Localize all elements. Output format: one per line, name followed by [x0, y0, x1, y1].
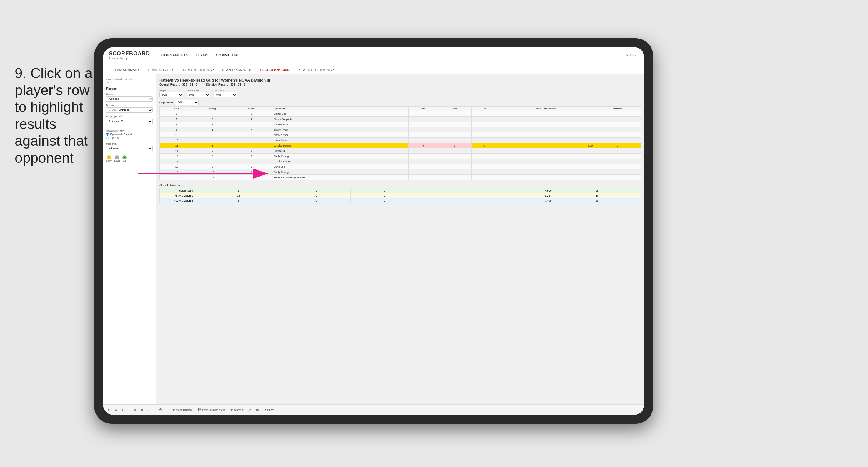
ood-cell: 0 [282, 193, 350, 198]
table-row[interactable]: 1474Eunice Yi [160, 148, 641, 154]
table-cell [438, 127, 472, 132]
table-cell [497, 132, 594, 138]
table-row[interactable]: 1063Andrea York [160, 132, 641, 138]
radio-opponents-played-input[interactable] [106, 133, 109, 136]
table-cell [409, 175, 438, 180]
table-cell: Andrea York [272, 132, 409, 138]
clock-btn[interactable]: ⏱ [158, 408, 163, 412]
table-cell: 15 [160, 154, 194, 159]
table-cell [471, 122, 497, 127]
table-cell [497, 148, 594, 154]
table-cell: Emily Chang [272, 169, 409, 175]
legend-down: Down [106, 155, 112, 162]
colour-select[interactable]: Win/loss [106, 146, 153, 151]
out-of-division: Out of division Foreign Team1004.5002NAI… [159, 184, 641, 203]
ood-cell: 2 [554, 188, 641, 193]
table-cell [471, 127, 497, 132]
table-cell [438, 132, 472, 138]
table-row[interactable]: 131Jessica Huang010-3.002 [160, 143, 641, 148]
grid2-btn[interactable]: ▦ [255, 408, 260, 412]
share-btn[interactable]: ↗ Share [262, 408, 276, 412]
table-cell [409, 164, 438, 169]
undo-btn[interactable]: ↩ [106, 408, 111, 412]
ood-row[interactable]: NAIA Division 115009.26730 [160, 193, 641, 198]
radio-top100-input[interactable] [106, 136, 109, 139]
table-cell: 10 [194, 169, 231, 175]
table-cell: 7 [194, 148, 231, 154]
table-cell: 9 [194, 159, 231, 164]
view-original-btn[interactable]: 👁 View: Original [170, 408, 194, 412]
tab-player-h2h-grid[interactable]: PLAYER H2H GRID [256, 68, 293, 74]
table-cell [471, 138, 497, 143]
table-cell [497, 138, 594, 143]
nav-tournaments[interactable]: TOURNAMENTS [159, 52, 188, 59]
table-cell [471, 169, 497, 175]
resize-btn[interactable]: ⤢ [248, 408, 252, 412]
table-cell: Sharon Mun [272, 127, 409, 132]
table-row[interactable]: 613Sydney Kuo [160, 122, 641, 127]
ood-cell: 5 [195, 198, 282, 203]
table-cell: 5 [160, 117, 194, 122]
table-cell: -3.00 [497, 143, 594, 148]
save-custom-btn[interactable]: 💾 Save Custom View [196, 408, 226, 412]
tab-player-h2h-heatmap[interactable]: PLAYER H2H HEATMAP [293, 68, 338, 74]
table-cell [194, 111, 231, 117]
table-row[interactable]: 20117Federica Domecq Lacroze [160, 175, 641, 180]
grid-btn[interactable]: ▦ [140, 408, 145, 412]
opponent-view: Opponent view Opponents Played Top 100 [106, 129, 153, 139]
sign-out-link[interactable]: Sign out [625, 53, 639, 57]
table-row[interactable]: 914Sharon Mun [160, 127, 641, 132]
watch-btn[interactable]: 👁 Watch ▾ [228, 408, 245, 412]
nav-teams[interactable]: TEAMS [195, 52, 209, 59]
ood-row[interactable]: Foreign Team1004.5002 [160, 188, 641, 193]
table-cell [471, 154, 497, 159]
col-reg: # Reg [194, 106, 231, 111]
table-cell [471, 111, 497, 117]
ood-cell: 1 [195, 188, 282, 193]
sidebar-player-rank-select[interactable]: 8. Katelyn Vo [106, 119, 153, 124]
table-row[interactable]: 1691Jessica Mason [160, 159, 641, 164]
table-row[interactable]: 13Heejo Hyun [160, 138, 641, 143]
tab-player-summary[interactable]: PLAYER SUMMARY [218, 68, 256, 74]
table-cell [471, 159, 497, 164]
radio-top100[interactable]: Top 100 [106, 136, 153, 139]
arrow-btn[interactable]: ↓ [147, 408, 151, 412]
logo-sub: Powered by clippd [109, 57, 150, 60]
table-cell: 1 [194, 127, 231, 132]
colour-section: Colour by Win/loss Down Level [106, 143, 153, 162]
table-cell: 3 [231, 132, 272, 138]
ood-cell: 0 [282, 188, 350, 193]
tab-team-h2h-grid[interactable]: TEAM H2H GRID [144, 68, 177, 74]
nav-committee[interactable]: COMMITTEE [216, 52, 239, 59]
sidebar-gender-select[interactable]: Women's [106, 96, 153, 101]
opponent-filter-select[interactable]: (All) [214, 92, 237, 97]
table-cell: 1 [194, 122, 231, 127]
copy-btn[interactable]: ⧉ [133, 408, 137, 412]
filter-row: Region (All) Conference (All) Opponent [159, 89, 641, 97]
nav-items: TOURNAMENTS TEAMS COMMITTEE [159, 52, 239, 59]
table-row[interactable]: 31Esther Lee [160, 111, 641, 117]
top-nav: SCOREBOARD Powered by clippd TOURNAMENTS… [103, 47, 644, 63]
redo2-btn[interactable]: ↩ [121, 408, 125, 412]
nav-right: | Sign out [624, 53, 639, 57]
table-row[interactable]: 19106Emily Chang [160, 169, 641, 175]
tab-team-h2h-heatmap[interactable]: TEAM H2H HEATMAP [177, 68, 218, 74]
radio-opponents-played[interactable]: Opponents Played [106, 133, 153, 136]
redo1-btn[interactable]: ↻ [114, 408, 118, 412]
region-filter-select[interactable]: (All) [159, 92, 183, 97]
opponents-all-select[interactable]: (All) [175, 100, 198, 105]
table-cell [409, 159, 438, 164]
table-cell [409, 132, 438, 138]
table-row[interactable]: 1822Euna Lee [160, 164, 641, 169]
table-cell [409, 127, 438, 132]
tab-team-summary[interactable]: TEAM SUMMARY [109, 68, 144, 74]
sidebar-division-select[interactable]: NCAA Division III [106, 107, 153, 113]
ood-row[interactable]: NCAA Division 25007.40010 [160, 198, 641, 203]
data-table: # Div # Reg # Conf Opponent Win Loss Tie… [159, 106, 641, 180]
division-record: Division Record: 331 - 34 - 6 [206, 83, 245, 86]
table-row[interactable]: 1585Stella Cheng [160, 154, 641, 159]
table-cell [497, 117, 594, 122]
table-row[interactable]: 522Alexis Sudjianto [160, 117, 641, 122]
conference-filter-select[interactable]: (All) [187, 92, 210, 97]
logo-area: SCOREBOARD Powered by clippd [109, 51, 150, 60]
